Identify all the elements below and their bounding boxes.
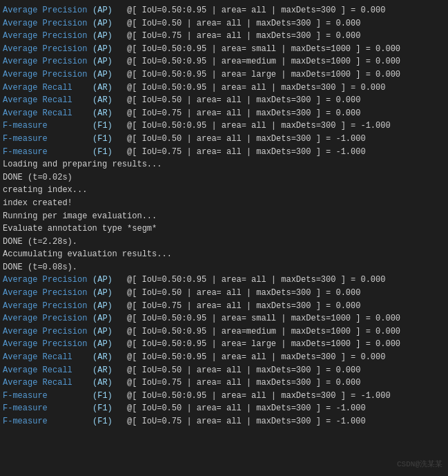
metric-detail: @[ IoU=0.50:0.95 | area= all | maxDets=3… bbox=[127, 120, 391, 133]
status-text: DONE (t=0.08s). bbox=[3, 261, 77, 274]
metric-abbr: (AP) bbox=[92, 300, 127, 313]
metric-abbr: (AR) bbox=[92, 377, 127, 390]
metric-label: Average Recall bbox=[3, 107, 92, 120]
metric-detail: @[ IoU=0.75 | area= all | maxDets=300 ] … bbox=[127, 107, 360, 120]
log-line: F-measure (F1)@[ IoU=0.75 | area= all | … bbox=[3, 415, 445, 428]
log-line: Average Recall (AR)@[ IoU=0.50 | area= a… bbox=[3, 364, 445, 377]
metric-detail: @[ IoU=0.50:0.95 | area= large | maxDets… bbox=[127, 338, 400, 351]
metric-detail: @[ IoU=0.75 | area= all | maxDets=300 ] … bbox=[127, 415, 366, 428]
metric-abbr: (AP) bbox=[92, 55, 127, 68]
metric-detail: @[ IoU=0.50:0.95 | area= all | maxDets=3… bbox=[127, 351, 385, 364]
metric-abbr: (AR) bbox=[92, 94, 127, 107]
metric-abbr: (AP) bbox=[92, 312, 127, 325]
status-text: Evaluate annotation type *segm* bbox=[3, 222, 157, 236]
log-line: Average Precision(AP)@[ IoU=0.50 | area=… bbox=[3, 17, 445, 30]
log-line: Average Recall (AR)@[ IoU=0.75 | area= a… bbox=[3, 377, 445, 390]
log-line: index created! bbox=[3, 197, 445, 210]
metric-detail: @[ IoU=0.50:0.95 | area= all | maxDets=3… bbox=[127, 274, 385, 287]
metric-label: Average Precision bbox=[3, 4, 92, 17]
metric-abbr: (F1) bbox=[92, 133, 127, 146]
metric-label: Average Recall bbox=[3, 351, 92, 364]
log-line: Average Precision(AP)@[ IoU=0.50:0.95 | … bbox=[3, 4, 445, 17]
metric-detail: @[ IoU=0.50:0.95 | area= all | maxDets=3… bbox=[127, 390, 391, 403]
log-line: Average Precision(AP)@[ IoU=0.75 | area=… bbox=[3, 300, 445, 313]
metric-detail: @[ IoU=0.50:0.95 | area= small | maxDets… bbox=[127, 312, 400, 325]
log-line: Average Precision(AP)@[ IoU=0.50 | area=… bbox=[3, 287, 445, 300]
metric-abbr: (F1) bbox=[92, 146, 127, 159]
metric-detail: @[ IoU=0.75 | area= all | maxDets=300 ] … bbox=[127, 146, 366, 159]
metric-label: Average Precision bbox=[3, 300, 92, 313]
metric-label: Average Precision bbox=[3, 274, 92, 287]
log-line: DONE (t=2.28s). bbox=[3, 236, 445, 249]
metric-label: F-measure bbox=[3, 133, 92, 146]
status-text: Running per image evaluation... bbox=[3, 210, 157, 223]
metric-abbr: (AP) bbox=[92, 287, 127, 300]
status-text: creating index... bbox=[3, 184, 87, 197]
metric-detail: @[ IoU=0.50:0.95 | area=medium | maxDets… bbox=[127, 325, 400, 339]
metric-label: Average Precision bbox=[3, 68, 92, 82]
log-line: Average Precision(AP)@[ IoU=0.50:0.95 | … bbox=[3, 274, 445, 287]
metric-label: Average Precision bbox=[3, 55, 92, 68]
metric-label: Average Precision bbox=[3, 287, 92, 300]
metric-abbr: (AP) bbox=[92, 4, 127, 17]
metric-detail: @[ IoU=0.50:0.95 | area= all | maxDets=3… bbox=[127, 82, 385, 95]
metric-detail: @[ IoU=0.50 | area= all | maxDets=300 ] … bbox=[127, 364, 360, 377]
metric-detail: @[ IoU=0.75 | area= all | maxDets=300 ] … bbox=[127, 377, 360, 390]
metric-label: F-measure bbox=[3, 415, 92, 428]
log-line: DONE (t=0.08s). bbox=[3, 261, 445, 274]
metric-abbr: (AP) bbox=[92, 43, 127, 56]
status-text: Accumulating evaluation results... bbox=[3, 248, 172, 261]
log-line: Running per image evaluation... bbox=[3, 210, 445, 223]
log-line: Average Recall (AR)@[ IoU=0.50 | area= a… bbox=[3, 94, 445, 107]
metric-detail: @[ IoU=0.50:0.95 | area= large | maxDets… bbox=[127, 68, 400, 82]
log-line: DONE (t=0.02s) bbox=[3, 171, 445, 184]
log-line: F-measure (F1)@[ IoU=0.75 | area= all | … bbox=[3, 146, 445, 159]
metric-label: F-measure bbox=[3, 390, 92, 403]
status-text: DONE (t=2.28s). bbox=[3, 236, 77, 249]
log-line: F-measure (F1)@[ IoU=0.50 | area= all | … bbox=[3, 133, 445, 146]
metric-abbr: (AP) bbox=[92, 17, 127, 30]
metric-abbr: (F1) bbox=[92, 415, 127, 428]
metric-detail: @[ IoU=0.75 | area= all | maxDets=300 ] … bbox=[127, 300, 360, 313]
log-line: Average Recall (AR)@[ IoU=0.75 | area= a… bbox=[3, 107, 445, 120]
log-line: Average Precision(AP)@[ IoU=0.50:0.95 | … bbox=[3, 325, 445, 339]
metric-label: Average Precision bbox=[3, 30, 92, 43]
log-line: F-measure (F1)@[ IoU=0.50:0.95 | area= a… bbox=[3, 390, 445, 403]
metric-abbr: (AR) bbox=[92, 107, 127, 120]
log-line: Average Precision(AP)@[ IoU=0.50:0.95 | … bbox=[3, 312, 445, 325]
metric-abbr: (AR) bbox=[92, 364, 127, 377]
metric-label: Average Recall bbox=[3, 94, 92, 107]
metric-abbr: (AR) bbox=[92, 82, 127, 95]
metric-abbr: (F1) bbox=[92, 390, 127, 403]
status-text: Loading and preparing results... bbox=[3, 158, 162, 171]
metric-label: F-measure bbox=[3, 120, 92, 133]
metric-detail: @[ IoU=0.50 | area= all | maxDets=300 ] … bbox=[127, 94, 360, 107]
log-line: Average Precision(AP)@[ IoU=0.75 | area=… bbox=[3, 30, 445, 43]
metric-detail: @[ IoU=0.50 | area= all | maxDets=300 ] … bbox=[127, 133, 366, 146]
metric-abbr: (AP) bbox=[92, 68, 127, 82]
metric-abbr: (AR) bbox=[92, 351, 127, 364]
status-text: index created! bbox=[3, 197, 72, 210]
metric-detail: @[ IoU=0.50 | area= all | maxDets=300 ] … bbox=[127, 17, 360, 30]
metric-label: Average Precision bbox=[3, 17, 92, 30]
log-line: Average Precision(AP)@[ IoU=0.50:0.95 | … bbox=[3, 43, 445, 56]
log-line: Average Precision(AP)@[ IoU=0.50:0.95 | … bbox=[3, 68, 445, 82]
log-line: F-measure (F1)@[ IoU=0.50:0.95 | area= a… bbox=[3, 120, 445, 133]
log-line: Average Recall (AR)@[ IoU=0.50:0.95 | ar… bbox=[3, 351, 445, 364]
log-line: Accumulating evaluation results... bbox=[3, 248, 445, 261]
metric-label: Average Recall bbox=[3, 364, 92, 377]
metric-label: Average Precision bbox=[3, 325, 92, 339]
metric-label: F-measure bbox=[3, 402, 92, 415]
watermark: CSDN@洗某某 bbox=[397, 459, 442, 470]
metric-label: Average Precision bbox=[3, 338, 92, 351]
metric-abbr: (AP) bbox=[92, 325, 127, 339]
log-line: Loading and preparing results... bbox=[3, 158, 445, 171]
log-container: Average Precision(AP)@[ IoU=0.50:0.95 | … bbox=[3, 4, 445, 428]
metric-abbr: (AP) bbox=[92, 30, 127, 43]
metric-detail: @[ IoU=0.50:0.95 | area= small | maxDets… bbox=[127, 43, 400, 56]
metric-abbr: (AP) bbox=[92, 338, 127, 351]
log-line: Average Precision(AP)@[ IoU=0.50:0.95 | … bbox=[3, 338, 445, 351]
log-line: Average Precision(AP)@[ IoU=0.50:0.95 | … bbox=[3, 55, 445, 68]
metric-detail: @[ IoU=0.50:0.95 | area=medium | maxDets… bbox=[127, 55, 400, 68]
log-line: Evaluate annotation type *segm* bbox=[3, 222, 445, 236]
